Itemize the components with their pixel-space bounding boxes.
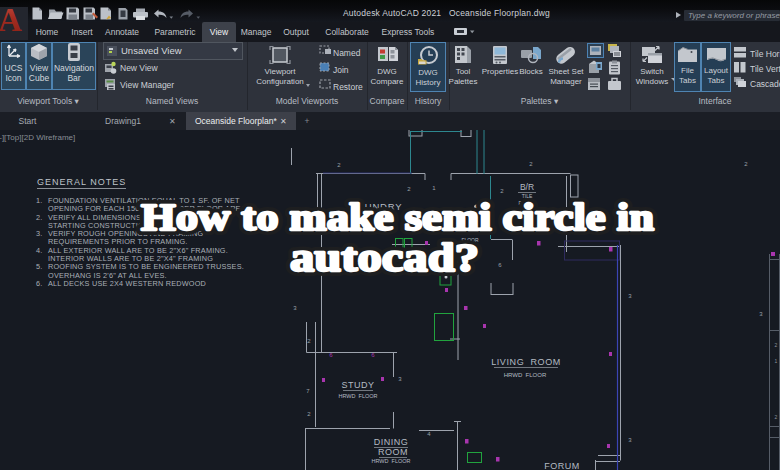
svg-text:2: 2 (775, 342, 778, 348)
svg-text:autocad?: autocad? (290, 235, 479, 280)
svg-text:A: A (0, 2, 22, 38)
svg-text:2: 2 (529, 161, 533, 167)
svg-text:HRWD FLOOR: HRWD FLOOR (371, 458, 410, 464)
svg-text:3: 3 (628, 437, 632, 443)
svg-text:2: 2 (775, 414, 778, 420)
svg-text:2: 2 (307, 338, 311, 344)
svg-text:ROOM: ROOM (378, 447, 408, 457)
svg-text:FORUM: FORUM (544, 461, 580, 470)
svg-text:HRWD FLOOR: HRWD FLOOR (338, 393, 377, 399)
svg-text:1: 1 (775, 358, 778, 364)
svg-text:DINING: DINING (374, 437, 409, 447)
svg-text:2: 2 (337, 162, 341, 168)
svg-text:HRWD FLOOR: HRWD FLOOR (504, 372, 547, 378)
svg-text:2: 2 (744, 161, 748, 167)
svg-text:3: 3 (759, 311, 763, 317)
svg-text:3: 3 (398, 376, 402, 382)
svg-text:3: 3 (293, 305, 297, 311)
svg-text:LIVING ROOM: LIVING ROOM (491, 357, 561, 367)
svg-text:STUDY: STUDY (341, 380, 374, 390)
svg-text:7: 7 (306, 388, 310, 394)
svg-text:How to make semi circle in: How to make semi circle in (141, 197, 654, 238)
svg-text:2: 2 (307, 411, 311, 417)
svg-text:4: 4 (427, 431, 431, 437)
